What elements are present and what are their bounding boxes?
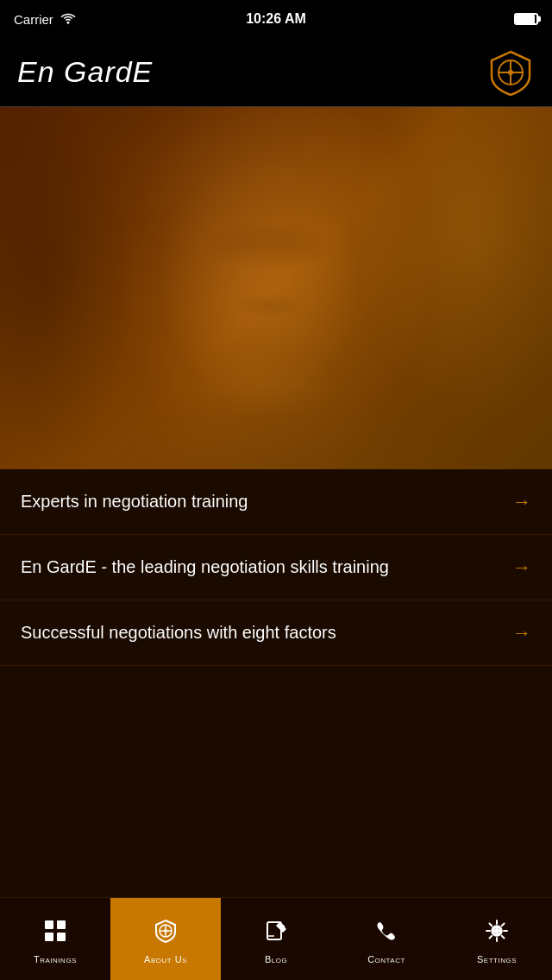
tab-contact-label: Contact (367, 954, 405, 964)
svg-point-16 (494, 928, 499, 933)
tab-trainings[interactable]: Trainings (0, 898, 110, 980)
gear-icon (485, 919, 509, 949)
menu-item-2[interactable]: Successful negotiations with eight facto… (0, 600, 552, 666)
badge-icon (154, 919, 178, 949)
tab-blog-label: Blog (265, 954, 287, 964)
tab-contact[interactable]: Contact (331, 898, 442, 980)
menu-item-text-0: Experts in negotiation training (21, 490, 512, 513)
svg-rect-4 (45, 920, 53, 929)
svg-rect-7 (57, 933, 66, 941)
arrow-icon-2: → (512, 622, 531, 644)
svg-rect-6 (45, 933, 53, 941)
carrier-label: Carrier (14, 12, 53, 27)
tab-bar: Trainings About Us Blog (0, 897, 552, 980)
arrow-icon-1: → (512, 556, 531, 579)
phone-icon (374, 919, 398, 949)
app-title: En GardE (17, 55, 153, 89)
status-bar: Carrier 10:26 AM (0, 0, 552, 38)
arrow-icon-0: → (512, 491, 531, 513)
wifi-icon (60, 12, 76, 27)
time-display: 10:26 AM (246, 11, 306, 27)
tab-trainings-label: Trainings (34, 954, 77, 964)
edit-icon (264, 919, 288, 949)
grid-icon (43, 919, 67, 949)
svg-rect-5 (57, 920, 66, 929)
menu-list: Experts in negotiation training → En Gar… (0, 469, 552, 666)
battery-icon (514, 13, 538, 25)
svg-point-3 (508, 70, 513, 75)
menu-item-1[interactable]: En GardE - the leading negotiation skill… (0, 535, 552, 600)
menu-item-0[interactable]: Experts in negotiation training → (0, 469, 552, 535)
menu-item-text-1: En GardE - the leading negotiation skill… (21, 556, 512, 579)
tab-about-us[interactable]: About Us (110, 898, 221, 980)
hero-image (0, 107, 552, 469)
logo-badge (486, 48, 535, 97)
menu-item-text-2: Successful negotiations with eight facto… (21, 621, 512, 644)
svg-point-11 (164, 929, 167, 933)
header: En GardE (0, 38, 552, 107)
tab-about-us-label: About Us (144, 954, 187, 964)
tab-blog[interactable]: Blog (221, 898, 331, 980)
tab-settings-label: Settings (477, 954, 517, 964)
tab-settings[interactable]: Settings (442, 898, 552, 980)
